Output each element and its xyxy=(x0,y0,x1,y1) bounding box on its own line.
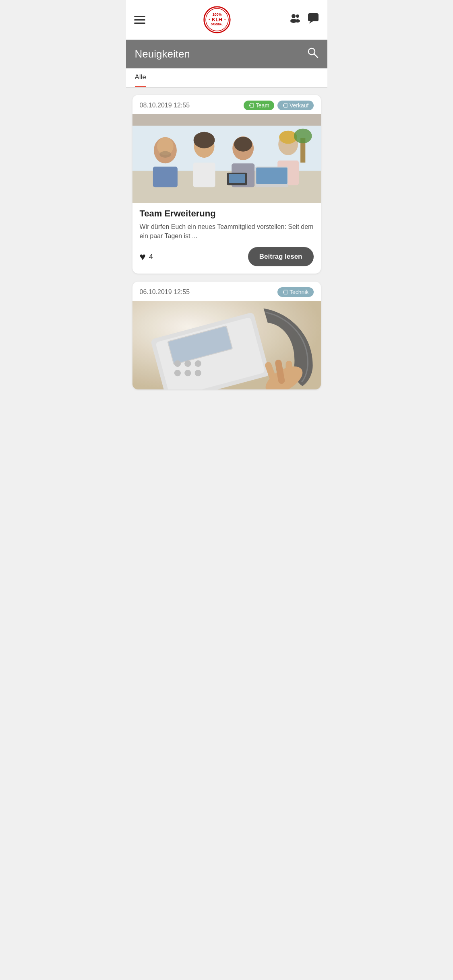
tab-alle[interactable]: Alle xyxy=(135,68,146,87)
card-1-footer: ♥ 4 Beitrag lesen xyxy=(132,241,321,274)
tag-technik-icon xyxy=(282,289,288,295)
tag-technik[interactable]: Technik xyxy=(277,287,313,297)
logo: 100% KLH ORIGINAL ★ ★ xyxy=(203,6,231,34)
tag-verkauf[interactable]: Verkauf xyxy=(277,101,313,110)
card-2-date: 06.10.2019 12:55 xyxy=(140,288,190,296)
svg-rect-40 xyxy=(132,114,321,203)
svg-line-14 xyxy=(314,54,318,58)
card-2-tags: Technik xyxy=(277,287,313,297)
card-1-excerpt: Wir dürfen Euch ein neues Teammitglied v… xyxy=(140,222,314,241)
klh-logo-icon: 100% KLH ORIGINAL ★ ★ xyxy=(203,6,231,34)
read-more-button-1[interactable]: Beitrag lesen xyxy=(248,247,314,266)
card-1-image xyxy=(132,114,321,203)
content-area: 08.10.2019 12:55 Team Verkauf xyxy=(126,88,327,397)
svg-rect-11 xyxy=(308,13,319,21)
news-card-2: 06.10.2019 12:55 Technik xyxy=(132,282,321,389)
tag-verkauf-icon xyxy=(282,103,288,108)
svg-text:★: ★ xyxy=(208,18,210,21)
card-2-image xyxy=(132,301,321,389)
svg-text:KLH: KLH xyxy=(212,17,222,23)
chat-icon[interactable] xyxy=(307,12,319,27)
header-left xyxy=(134,16,145,24)
card-1-tags: Team Verkauf xyxy=(244,101,314,110)
svg-text:100%: 100% xyxy=(212,12,221,16)
card-1-title: Team Erweiterung xyxy=(140,208,314,219)
news-card-1: 08.10.2019 12:55 Team Verkauf xyxy=(132,95,321,274)
svg-rect-58 xyxy=(132,301,321,389)
svg-text:★: ★ xyxy=(224,18,226,21)
sub-header: Neuigkeiten xyxy=(126,40,327,68)
card-1-header: 08.10.2019 12:55 Team Verkauf xyxy=(132,95,321,114)
app-header: 100% KLH ORIGINAL ★ ★ xyxy=(126,0,327,40)
card-1-date: 08.10.2019 12:55 xyxy=(140,102,190,109)
like-section: ♥ 4 xyxy=(140,251,153,263)
page-title: Neuigkeiten xyxy=(135,48,190,60)
header-right xyxy=(289,12,319,27)
svg-point-16 xyxy=(283,105,284,106)
like-count: 4 xyxy=(149,253,153,261)
svg-point-7 xyxy=(292,14,296,18)
hamburger-menu-button[interactable] xyxy=(134,16,145,24)
card-2-header: 06.10.2019 12:55 Technik xyxy=(132,282,321,301)
group-icon[interactable] xyxy=(289,13,302,27)
svg-point-15 xyxy=(250,105,250,106)
svg-marker-12 xyxy=(309,21,313,24)
heart-icon[interactable]: ♥ xyxy=(140,251,146,263)
svg-point-10 xyxy=(295,19,300,23)
tag-team[interactable]: Team xyxy=(244,101,274,110)
svg-point-8 xyxy=(296,14,299,18)
svg-point-41 xyxy=(283,292,284,292)
svg-text:ORIGINAL: ORIGINAL xyxy=(211,23,223,26)
search-button[interactable] xyxy=(307,47,319,61)
tab-bar: Alle xyxy=(126,68,327,88)
tag-team-icon xyxy=(248,103,254,108)
card-1-body: Team Erweiterung Wir dürfen Euch ein neu… xyxy=(132,203,321,241)
